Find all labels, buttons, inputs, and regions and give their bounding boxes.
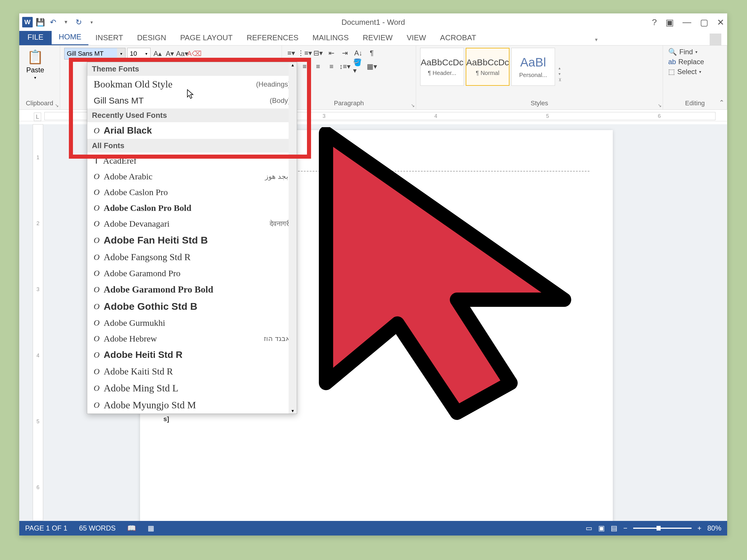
tab-page-layout[interactable]: PAGE LAYOUT xyxy=(173,30,239,45)
style-normal[interactable]: AaBbCcDc ¶ Normal xyxy=(466,48,510,86)
zoom-in-icon[interactable]: + xyxy=(697,524,701,532)
style-header[interactable]: AaBbCcDc ¶ Header... xyxy=(420,48,464,86)
shrink-font-icon[interactable]: A▾ xyxy=(164,48,175,59)
undo-dropdown-icon[interactable]: ▼ xyxy=(61,17,71,27)
word-count[interactable]: 65 WORDS xyxy=(79,524,115,532)
justify-icon[interactable]: ≡ xyxy=(326,61,337,72)
styles-scroll-up-icon[interactable]: ▴ xyxy=(559,65,561,70)
multilevel-list-icon[interactable]: ⊟▾ xyxy=(313,48,323,58)
clipboard-launcher-icon[interactable]: ↘ xyxy=(55,103,59,108)
paste-button[interactable]: 📋 Paste ▾ xyxy=(23,48,47,81)
macro-icon[interactable]: ▦ xyxy=(148,524,154,532)
tab-references[interactable]: REFERENCES xyxy=(239,30,306,45)
font-item[interactable]: OAdobe Ming Std L xyxy=(87,380,297,397)
page-count[interactable]: PAGE 1 OF 1 xyxy=(25,524,68,532)
paste-dropdown-icon[interactable]: ▾ xyxy=(34,75,36,80)
select-button[interactable]: ⬚ Select ▾ xyxy=(668,68,722,76)
font-item[interactable]: OAdobe Garamond Pro xyxy=(87,265,297,281)
redo-icon[interactable]: ↻ xyxy=(74,17,84,27)
font-size-input[interactable] xyxy=(128,48,142,59)
select-dropdown-icon[interactable]: ▾ xyxy=(699,70,701,74)
font-name-dropdown-icon[interactable]: ▾ xyxy=(117,48,125,59)
sort-icon[interactable]: A↓ xyxy=(353,48,364,58)
tab-view[interactable]: VIEW xyxy=(400,30,433,45)
font-name-input[interactable] xyxy=(65,48,117,59)
font-item-gill-sans[interactable]: Gill Sans MT (Body) xyxy=(87,93,297,108)
align-center-icon[interactable]: ≡ xyxy=(300,61,310,72)
spelling-icon[interactable]: 📖 xyxy=(127,524,136,532)
find-dropdown-icon[interactable]: ▾ xyxy=(695,50,697,54)
shading-icon[interactable]: 🪣▾ xyxy=(353,61,364,72)
tab-insert[interactable]: INSERT xyxy=(88,30,130,45)
font-item[interactable]: OAdobe Gothic Std B xyxy=(87,298,297,315)
print-layout-icon[interactable]: ▣ xyxy=(598,524,605,532)
font-item-arial-black[interactable]: OArial Black xyxy=(87,122,297,139)
font-name-combo[interactable]: ▾ xyxy=(64,48,126,59)
save-icon[interactable]: 💾 xyxy=(35,17,46,27)
account-icon[interactable] xyxy=(710,33,721,45)
align-right-icon[interactable]: ≡ xyxy=(313,61,323,72)
grow-font-icon[interactable]: A▴ xyxy=(152,48,163,59)
font-item[interactable]: OAdobe Fan Heiti Std B xyxy=(87,232,297,249)
font-size-dropdown-icon[interactable]: ▾ xyxy=(142,48,150,59)
ribbon-more-icon[interactable]: ▾ xyxy=(593,34,600,45)
find-button[interactable]: 🔍 Find ▾ xyxy=(668,48,722,56)
font-dropdown-scrollbar[interactable]: ▴ ▾ xyxy=(289,62,297,414)
font-name-text: Adobe Gothic Std B xyxy=(104,301,197,312)
styles-more-icon[interactable]: ⊻ xyxy=(559,77,561,82)
font-item[interactable]: OAdobe Fangsong Std R xyxy=(87,249,297,265)
font-item-bookman[interactable]: Bookman Old Style (Headings) xyxy=(87,76,297,93)
tab-home[interactable]: HOME xyxy=(52,29,88,45)
style-personal[interactable]: AaBl Personal... xyxy=(511,48,555,86)
web-layout-icon[interactable]: ▤ xyxy=(611,524,617,532)
font-item[interactable]: OAdobe Gurmukhi xyxy=(87,315,297,331)
tab-acrobat[interactable]: ACROBAT xyxy=(433,30,483,45)
collapse-ribbon-icon[interactable]: ⌃ xyxy=(719,99,724,106)
tab-selector-icon[interactable]: L xyxy=(34,113,41,121)
font-item[interactable]: OAdobe Devanagariदेवनागरी xyxy=(87,216,297,232)
zoom-out-icon[interactable]: − xyxy=(623,524,627,532)
font-item[interactable]: OAdobe Hebrewאבגד הוז xyxy=(87,331,297,347)
tab-design[interactable]: DESIGN xyxy=(130,30,173,45)
styles-launcher-icon[interactable]: ↘ xyxy=(658,103,662,108)
minimize-icon[interactable]: — xyxy=(682,17,691,27)
decrease-indent-icon[interactable]: ⇤ xyxy=(326,48,337,58)
vertical-ruler[interactable]: 1 2 3 4 5 6 xyxy=(33,124,43,521)
paragraph-launcher-icon[interactable]: ↘ xyxy=(411,103,415,108)
line-spacing-icon[interactable]: ↕≡▾ xyxy=(340,61,350,72)
tab-file[interactable]: FILE xyxy=(19,29,52,45)
scroll-down-icon[interactable]: ▾ xyxy=(291,408,294,414)
qat-customize-icon[interactable]: ▾ xyxy=(86,17,97,27)
undo-icon[interactable]: ↶ xyxy=(48,17,58,27)
font-item[interactable]: OAdobe Caslon Pro Bold xyxy=(87,200,297,216)
replace-button[interactable]: ab Replace xyxy=(668,58,722,66)
bullets-icon[interactable]: ≡▾ xyxy=(286,48,297,58)
font-item[interactable]: OAdobe Myungjo Std M xyxy=(87,397,297,414)
numbering-icon[interactable]: ⋮≡▾ xyxy=(300,48,310,58)
zoom-slider[interactable] xyxy=(633,528,692,529)
styles-scroll-down-icon[interactable]: ▾ xyxy=(559,72,561,76)
font-item[interactable]: OAdobe Kaiti Std R xyxy=(87,363,297,380)
help-icon[interactable]: ? xyxy=(652,17,657,27)
close-icon[interactable]: ✕ xyxy=(717,17,724,27)
font-dropdown: Theme Fonts Bookman Old Style (Headings)… xyxy=(87,62,297,414)
font-item[interactable]: OAdobe Caslon Pro xyxy=(87,184,297,200)
tab-mailings[interactable]: MAILINGS xyxy=(306,30,356,45)
zoom-level[interactable]: 80% xyxy=(707,524,721,532)
scroll-up-icon[interactable]: ▴ xyxy=(291,62,294,68)
change-case-icon[interactable]: Aa▾ xyxy=(177,48,187,59)
maximize-icon[interactable]: ▢ xyxy=(700,17,708,27)
increase-indent-icon[interactable]: ⇥ xyxy=(340,48,350,58)
ribbon-display-icon[interactable]: ▣ xyxy=(666,17,674,27)
tab-review[interactable]: REVIEW xyxy=(356,30,400,45)
font-size-combo[interactable]: ▾ xyxy=(127,48,151,59)
font-item[interactable]: OAdobe Arabicأبجد هوز xyxy=(87,168,297,184)
font-item[interactable]: OAdobe Garamond Pro Bold xyxy=(87,281,297,298)
zoom-thumb[interactable] xyxy=(656,526,661,531)
font-item[interactable]: OAdobe Heiti Std R xyxy=(87,347,297,363)
show-marks-icon[interactable]: ¶ xyxy=(366,48,377,58)
font-item[interactable]: ƬAcadEref xyxy=(87,153,297,168)
borders-icon[interactable]: ▦▾ xyxy=(366,61,377,72)
read-mode-icon[interactable]: ▭ xyxy=(586,524,592,532)
clear-formatting-icon[interactable]: A⌫ xyxy=(189,48,200,59)
